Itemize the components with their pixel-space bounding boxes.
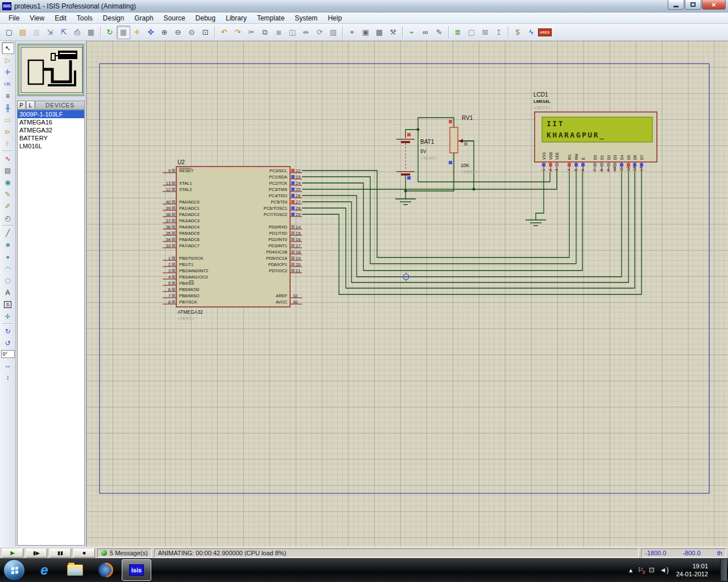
minimize-button[interactable] [668,0,684,10]
wire[interactable] [418,130,550,182]
wire[interactable] [302,172,622,277]
make-device-button[interactable]: ▣ [359,26,373,39]
redo-button[interactable]: ↷ [231,26,245,39]
2d-circle-tool-button[interactable]: ● [2,251,14,263]
tray-expand-chevron[interactable]: ▴ [629,566,632,574]
message-panel[interactable]: 5 Message(s) [97,548,152,558]
pick-parts-button[interactable]: P [17,101,26,110]
menu-view[interactable]: View [24,13,49,23]
taskbar-item-isis[interactable]: isis [122,559,151,581]
export-section-button[interactable]: ⇱ [57,26,71,39]
device-item-lm016l[interactable]: LM016L [18,142,84,150]
junction-dot-tool-button[interactable]: ✛ [2,66,14,78]
netlist-to-ares-button[interactable]: ARES [538,26,552,39]
taskbar-item-internet-explorer[interactable]: e [30,559,59,581]
redraw-display-button[interactable]: ↻ [103,26,117,39]
menu-template[interactable]: Template [252,13,290,23]
open-design-button[interactable]: ▤ [16,26,30,39]
electrical-rule-check-button[interactable]: ϟ [524,26,538,39]
zoom-in-button[interactable]: ⊕ [158,26,171,39]
component-tool-button[interactable]: ▷ [2,54,14,66]
zoom-out-button[interactable]: ⊖ [171,26,185,39]
menu-design[interactable]: Design [98,13,129,23]
current-probe-tool-button[interactable]: ✐ [2,200,14,212]
rotation-angle-input[interactable]: 0° [1,350,15,358]
menu-source[interactable]: Source [159,13,191,23]
device-item-3009p-1-103lf[interactable]: 3009P-1-103LF [18,110,84,118]
remove-sheet-button[interactable]: ⊠ [478,26,492,39]
wire[interactable] [302,171,569,257]
network-icon[interactable]: ⊡ [649,566,655,574]
block-delete-button[interactable]: ▨ [326,26,340,39]
wire[interactable] [302,172,628,282]
menu-edit[interactable]: Edit [49,13,72,23]
pan-tool-button[interactable]: ✜ [144,26,158,39]
horizontal-mirror-button[interactable]: ↔ [2,359,14,371]
2d-symbol-tool-button[interactable]: S [2,298,14,310]
device-item-battery[interactable]: BATTERY [18,134,84,142]
component-u2-atmega32[interactable]: U2ATMEGA32<TEXT>9RESET13XTAL112XTAL240PA… [163,159,302,321]
wire[interactable] [302,172,582,271]
origin-button[interactable]: ✛ [130,26,144,39]
generator-tool-button[interactable]: ◉ [2,176,14,188]
component-lcd1-lm016l[interactable]: LCD1LM016L<TEXT>IITKHARAGPUR_1VSS2VDD3VE… [533,92,657,172]
start-button[interactable] [3,559,25,581]
2d-text-tool-button[interactable]: A [2,286,14,298]
menu-graph[interactable]: Graph [129,13,158,23]
2d-line-tool-button[interactable]: ╱ [2,227,14,239]
print-design-button[interactable]: ⎙ [71,26,84,39]
taskbar-item-firefox[interactable] [91,559,121,581]
block-rotate-button[interactable]: ⟳ [313,26,326,39]
search-and-tag-button[interactable]: ∞ [419,26,432,39]
volume-icon[interactable]: ◄) [660,566,669,574]
new-sheet-button[interactable]: ▢ [465,26,478,39]
virtual-instrument-tool-button[interactable]: ◴ [2,212,14,224]
show-desktop-button[interactable] [720,559,727,581]
zoom-all-button[interactable]: ⊙ [185,26,198,39]
save-design-button[interactable]: ▥ [30,26,43,39]
text-script-tool-button[interactable]: ≡ [2,90,14,102]
step-button[interactable]: ▮▶ [26,548,47,558]
voltage-probe-tool-button[interactable]: ✎ [2,188,14,200]
wire-autorouter-button[interactable]: ⌁ [405,26,419,39]
block-move-button[interactable]: ⇹ [299,26,313,39]
action-center-icon[interactable]: ⚐✗ [638,566,644,574]
component-bat1[interactable]: BAT15V<TEXT> [396,133,437,180]
paste-button[interactable]: ⧈ [272,26,286,39]
2d-box-tool-button[interactable]: ■ [2,239,14,251]
clock[interactable]: 19:01 24-01-2012 [676,562,708,579]
editing-window[interactable]: U2ATMEGA32<TEXT>9RESET13XTAL112XTAL240PA… [86,41,728,547]
menu-system[interactable]: System [289,13,322,23]
terminal-tool-button[interactable]: ⊳ [2,126,14,138]
library-manager-button[interactable]: L [26,101,35,110]
device-item-atmega32[interactable]: ATMEGA32 [18,126,84,134]
graph-tool-button[interactable]: ∿ [2,152,14,164]
bill-of-materials-button[interactable]: $ [511,26,524,39]
2d-marker-tool-button[interactable]: ✛ [2,310,14,322]
copy-button[interactable]: ⧉ [258,26,272,39]
stop-button[interactable]: ■ [73,548,95,558]
decompose-button[interactable]: ⚒ [386,26,400,39]
menu-tools[interactable]: Tools [72,13,98,23]
2d-path-tool-button[interactable]: ⬡ [2,275,14,286]
device-item-atmega16[interactable]: ATMEGA16 [18,118,84,126]
wire[interactable] [536,172,544,220]
exit-to-parent-button[interactable]: ↥ [492,26,506,39]
import-section-button[interactable]: ⇲ [43,26,57,39]
selection-tool-button[interactable]: ↖ [2,42,14,54]
restore-button[interactable] [685,0,701,10]
subcircuit-tool-button[interactable]: ▭ [2,114,14,126]
design-explorer-button[interactable]: ≣ [451,26,465,39]
bus-tool-button[interactable]: ╫ [2,102,14,114]
mark-output-area-button[interactable]: ▦ [84,26,98,39]
new-design-button[interactable]: ▢ [2,26,16,39]
packaging-tool-button[interactable]: ▩ [373,26,386,39]
wire[interactable] [302,172,576,264]
taskbar-item-windows-explorer[interactable] [60,559,90,581]
schematic-canvas[interactable]: U2ATMEGA32<TEXT>9RESET13XTAL112XTAL240PA… [86,41,728,547]
pick-device-button[interactable]: ⌖ [345,26,359,39]
cut-button[interactable]: ✂ [245,26,258,39]
2d-arc-tool-button[interactable]: ◠ [2,263,14,275]
menu-debug[interactable]: Debug [191,13,221,23]
wire[interactable] [418,118,454,130]
